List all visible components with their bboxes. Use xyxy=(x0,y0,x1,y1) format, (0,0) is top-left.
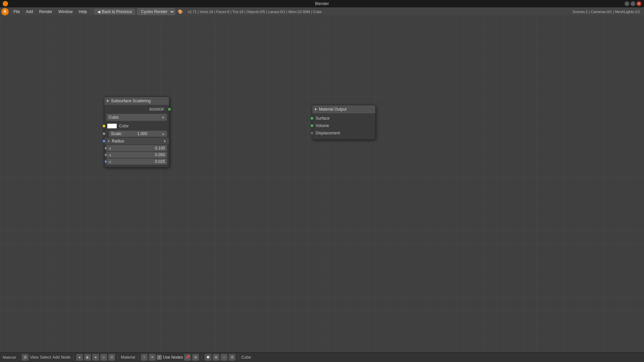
node-sss-body: BSSRDF Cubic ▼ Color Scale: 1.000 ▶ xyxy=(104,105,169,167)
color-label: Color xyxy=(119,124,129,128)
radius-1-left-arrow: ◀ xyxy=(108,146,111,150)
select-label[interactable]: Select xyxy=(40,355,51,360)
radius-field-2[interactable]: ◀ 0.050 xyxy=(106,152,167,158)
remove-icon[interactable]: ✕ xyxy=(149,354,156,361)
separator-1 xyxy=(92,9,92,15)
wire-mode-icon[interactable]: ◇ xyxy=(100,354,107,361)
scale-socket-row: Scale: 1.000 ▶ xyxy=(104,130,169,138)
blender-logo-small xyxy=(3,1,8,6)
engine-select[interactable]: Cycles Render xyxy=(137,8,175,15)
status-info: v2.71 | Verts:16 | Faces:8 | Tris:16 | O… xyxy=(187,10,322,14)
back-icon: ◀ xyxy=(97,9,100,14)
radius-label: Radius xyxy=(112,139,124,143)
scale-label: Scale: xyxy=(111,131,122,136)
displacement-input-socket[interactable] xyxy=(310,131,314,135)
grid-icon[interactable]: ⊞ xyxy=(213,354,219,361)
dropdown-value: Cubic xyxy=(109,115,119,120)
node-output-header: Material Output xyxy=(312,105,375,113)
node-collapse-triangle[interactable] xyxy=(107,100,109,102)
minimize-button[interactable]: – xyxy=(625,1,629,6)
displacement-socket-row: Displacement xyxy=(312,129,375,138)
menu-add[interactable]: Add xyxy=(23,9,36,15)
use-nodes-label: Use Nodes xyxy=(163,355,183,360)
sbar-sep-1 xyxy=(73,354,73,360)
radius-row-2: ◀ 0.050 xyxy=(106,152,167,158)
color-mode-icons: 🎨 xyxy=(178,9,183,14)
close-button[interactable]: ✕ xyxy=(637,1,641,6)
scale-arrow-icon: ▶ xyxy=(162,132,165,136)
maximize-button[interactable]: □ xyxy=(631,1,635,6)
use-nodes-toggle[interactable]: Use Nodes xyxy=(157,355,183,360)
surface-input-socket[interactable] xyxy=(310,116,314,120)
settings-icon[interactable]: ⚙ xyxy=(229,354,235,361)
statusbar: Material ⊞ View Select Add Node ● ◐ ● ◇ … xyxy=(0,352,644,362)
scale-value: 1.000 xyxy=(137,131,147,136)
sbar-sep-2 xyxy=(118,354,118,360)
node-sss-title: Subsurface Scattering xyxy=(111,99,151,103)
back-label: Back to Previous xyxy=(102,9,132,14)
scale-field[interactable]: Scale: 1.000 ▶ xyxy=(109,131,167,137)
color-input-socket[interactable] xyxy=(102,124,106,128)
surface-socket-row: Surface xyxy=(312,115,375,122)
render-icon[interactable]: ● xyxy=(76,354,83,361)
use-nodes-checkbox[interactable] xyxy=(157,355,162,360)
material-type-label[interactable]: Material xyxy=(121,355,135,360)
radius-row-3: ◀ 0.025 xyxy=(106,159,167,165)
bssrdf-output-socket[interactable] xyxy=(167,107,171,111)
node-output-title: Material Output xyxy=(319,107,346,112)
statusbar-icons: ⊞ View Select Add Node ● ◐ ● ◇ ⊡ Materia… xyxy=(22,354,251,361)
scale-input-socket[interactable] xyxy=(102,132,106,136)
sss-type-dropdown[interactable]: Cubic ▼ xyxy=(106,114,167,121)
navigate-icon[interactable]: ⊕ xyxy=(192,354,199,361)
volume-socket-row: Volume xyxy=(312,122,375,129)
pin-icon[interactable]: 📌 xyxy=(184,354,191,361)
radius-3-left-arrow: ◀ xyxy=(108,160,111,164)
color-socket-row: Color xyxy=(104,122,169,130)
radius-field-1[interactable]: ◀ 0.100 xyxy=(106,145,167,151)
node-label[interactable]: Node xyxy=(61,355,71,360)
radius-header[interactable]: ▼ Radius ▼ xyxy=(104,138,169,144)
menu-help[interactable]: Help xyxy=(76,9,90,15)
menu-window[interactable]: Window xyxy=(56,9,75,15)
radius-1-value: 0.100 xyxy=(155,146,165,150)
volume-input-socket[interactable] xyxy=(310,124,314,128)
menubar: B File Add Render Window Help ◀ Back to … xyxy=(0,7,644,16)
node-material-output: Material Output Surface Volume Displacem… xyxy=(312,105,376,140)
scene-info: Scenes:1 | Cameras:0/1 | MeshLights:1/1 xyxy=(573,10,643,14)
radius-row-1: ◀ 0.100 xyxy=(106,145,167,151)
connection-lines xyxy=(0,16,101,66)
menu-render[interactable]: Render xyxy=(37,9,55,15)
radius-2-value: 0.050 xyxy=(155,153,165,157)
view-mode-icon[interactable]: ⊞ xyxy=(22,354,29,361)
node-editor[interactable]: Subsurface Scattering BSSRDF Cubic ▼ Col… xyxy=(0,16,644,352)
menu-file[interactable]: File xyxy=(11,9,22,15)
texture-icon[interactable]: ⊡ xyxy=(108,354,115,361)
bssrdf-label: BSSRDF xyxy=(149,107,164,111)
node-subsurface-scattering: Subsurface Scattering BSSRDF Cubic ▼ Col… xyxy=(104,97,169,168)
displacement-label: Displacement xyxy=(316,131,340,135)
sbar-sep-4 xyxy=(202,354,202,360)
back-to-previous-button[interactable]: ◀ Back to Previous xyxy=(94,9,135,15)
window-controls: – □ ✕ xyxy=(625,1,641,6)
add-node-icon[interactable]: + xyxy=(141,354,148,361)
proportional-icon[interactable]: ○ xyxy=(221,354,227,361)
radius-input-socket[interactable] xyxy=(102,139,106,143)
view-label[interactable]: View xyxy=(30,355,39,360)
dropdown-arrow-icon: ▼ xyxy=(161,116,165,119)
radius-field-3[interactable]: ◀ 0.025 xyxy=(106,159,167,165)
sbar-sep-3 xyxy=(138,354,138,360)
object-name-label: Cube xyxy=(241,355,251,360)
radius-expand-icon: ▼ xyxy=(163,139,166,143)
radius-3-value: 0.025 xyxy=(155,159,165,164)
material-mode-icon[interactable]: ◐ xyxy=(84,354,91,361)
node-output-body: Surface Volume Displacement xyxy=(312,113,375,139)
radius-collapse-icon: ▼ xyxy=(107,139,110,143)
color-swatch[interactable] xyxy=(107,123,117,129)
surface-label: Surface xyxy=(316,116,329,121)
titlebar: Blender – □ ✕ xyxy=(0,0,644,7)
snap-icon[interactable]: 🔲 xyxy=(205,354,211,361)
window-title: Blender xyxy=(315,1,329,6)
add-label[interactable]: Add xyxy=(52,355,59,360)
solid-mode-icon[interactable]: ● xyxy=(92,354,99,361)
node-output-collapse-triangle[interactable] xyxy=(315,108,317,111)
